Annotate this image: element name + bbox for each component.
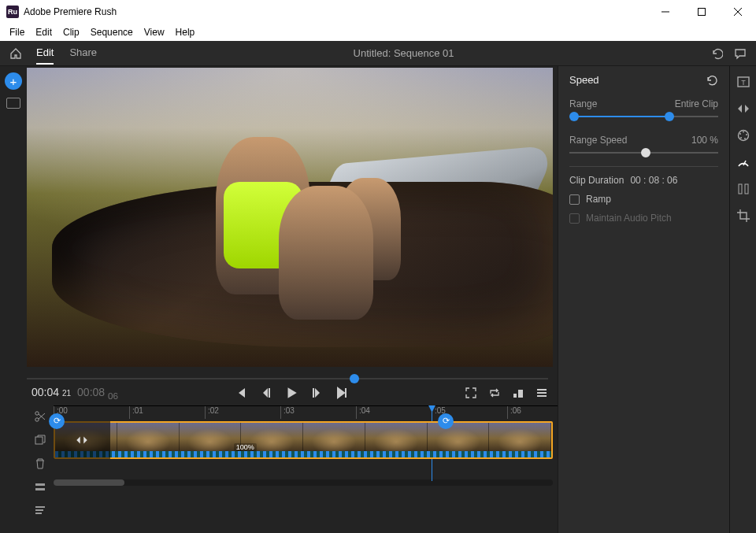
svg-point-25 (740, 137, 742, 139)
timecode-duration: 00:08 06 (77, 386, 118, 401)
comment-button[interactable] (734, 47, 747, 60)
svg-rect-14 (35, 483, 45, 486)
undo-button[interactable] (710, 47, 723, 60)
step-forward-button[interactable] (309, 386, 324, 400)
track-controls-button[interactable] (34, 505, 46, 517)
ruler-mark: :03 (280, 406, 295, 419)
color-tool-button[interactable] (736, 128, 751, 143)
ramp-label: Ramp (586, 194, 611, 205)
preview-monitor[interactable] (27, 68, 553, 367)
menubar: File Edit Clip Sequence View Help (0, 24, 756, 41)
menu-clip[interactable]: Clip (58, 25, 84, 39)
scrub-playhead[interactable] (350, 374, 359, 383)
crop-tool-button[interactable] (736, 208, 751, 224)
ruler-mark: :01 (129, 406, 143, 419)
audio-tool-button[interactable] (736, 181, 751, 197)
range-label: Range (569, 98, 597, 109)
range-slider[interactable] (569, 111, 718, 122)
speed-thumb[interactable] (641, 148, 650, 157)
maintain-pitch-checkbox (569, 213, 580, 224)
svg-rect-7 (518, 390, 523, 398)
timeline-ruler[interactable]: :00 :01 :02 :03 :04 :05 :06 (54, 405, 558, 418)
tracks-button[interactable] (34, 481, 46, 494)
ruler-mark: :06 (507, 406, 521, 419)
svg-point-26 (739, 133, 741, 135)
svg-rect-15 (35, 488, 45, 490)
speed-range-handle-end[interactable]: ⟳ (438, 413, 454, 429)
entire-clip-label: Entire Clip (675, 98, 718, 109)
loop-button[interactable] (488, 387, 501, 399)
svg-point-23 (746, 134, 747, 135)
transitions-tool-button[interactable] (736, 101, 751, 117)
ruler-mark: :02 (205, 406, 219, 419)
svg-point-12 (35, 418, 39, 421)
svg-rect-1 (699, 9, 706, 16)
window-minimize-button[interactable] (647, 0, 684, 24)
menu-help[interactable]: Help (171, 25, 200, 39)
speed-tool-button[interactable] (736, 154, 751, 170)
ruler-mark: :04 (356, 406, 370, 419)
panel-title: Speed (569, 74, 599, 86)
scrub-bar[interactable] (27, 378, 548, 379)
window-titlebar: Ru Adobe Premiere Rush (0, 0, 756, 24)
svg-point-24 (744, 138, 746, 139)
ramp-checkbox[interactable] (569, 194, 580, 205)
range-start-thumb[interactable] (569, 112, 579, 121)
svg-rect-29 (745, 184, 748, 194)
timeline-scroll-thumb[interactable] (54, 479, 124, 486)
window-title: Adobe Premiere Rush (24, 6, 117, 17)
duplicate-button[interactable] (34, 434, 46, 446)
go-start-button[interactable] (234, 386, 248, 400)
timecode-current[interactable]: 00:04 21 (32, 386, 71, 401)
go-end-button[interactable] (335, 386, 349, 400)
timeline-clip[interactable]: 100% (54, 421, 553, 459)
clip-duration-label: Clip Duration (569, 175, 624, 186)
fullscreen-button[interactable] (465, 387, 477, 399)
project-panel-button[interactable] (6, 98, 20, 109)
svg-text:T: T (741, 79, 746, 87)
divider (569, 166, 718, 167)
tab-edit[interactable]: Edit (36, 42, 54, 65)
speed-range-handle-start[interactable]: ⟳ (49, 413, 65, 429)
clip-speed-label: 100% (234, 443, 257, 451)
split-clip-button[interactable] (34, 410, 46, 423)
zoom-toggle-button[interactable] (512, 387, 524, 399)
svg-rect-4 (269, 388, 270, 398)
window-maximize-button[interactable] (684, 0, 720, 24)
tab-share[interactable]: Share (69, 42, 97, 65)
clip-duration-value[interactable]: 00 : 08 : 06 (630, 175, 677, 186)
maintain-pitch-label: Maintain Audio Pitch (586, 213, 672, 224)
titles-tool-button[interactable]: T (736, 74, 751, 90)
range-end-thumb[interactable] (665, 112, 674, 121)
step-back-button[interactable] (259, 386, 273, 400)
svg-rect-13 (35, 437, 43, 444)
delete-button[interactable] (34, 457, 46, 470)
svg-rect-6 (513, 394, 517, 398)
timeline-scrollbar[interactable] (54, 478, 553, 487)
window-close-button[interactable] (720, 0, 756, 24)
menu-sequence[interactable]: Sequence (86, 25, 138, 39)
sequence-title: Untitled: Sequence 01 (111, 47, 696, 59)
play-button[interactable] (284, 386, 298, 400)
svg-rect-28 (739, 184, 742, 194)
menu-file[interactable]: File (5, 25, 29, 39)
svg-point-22 (743, 131, 744, 133)
reset-speed-button[interactable] (706, 75, 718, 86)
menu-edit[interactable]: Edit (31, 25, 57, 39)
view-options-button[interactable] (536, 387, 548, 399)
add-media-button[interactable]: + (5, 72, 22, 90)
timeline-track[interactable]: 100% ⟳ ⟳ (54, 418, 553, 467)
svg-rect-5 (313, 388, 314, 398)
svg-point-11 (35, 412, 39, 415)
speed-slider[interactable] (569, 147, 718, 158)
home-button[interactable] (9, 47, 22, 60)
range-speed-label: Range Speed (569, 135, 627, 146)
menu-view[interactable]: View (139, 25, 169, 39)
range-speed-value[interactable]: 100 % (691, 135, 718, 146)
speed-panel: Speed Range Entire Clip (558, 66, 729, 533)
app-logo-icon: Ru (6, 6, 19, 18)
